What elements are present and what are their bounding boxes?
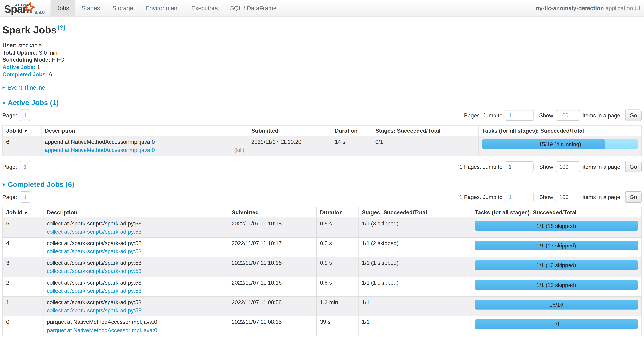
column-header-submitted[interactable]: Submitted <box>248 125 331 136</box>
tab-executors[interactable]: Executors <box>185 0 224 16</box>
jump-to-input[interactable] <box>505 161 534 172</box>
tab-environment[interactable]: Environment <box>139 0 185 16</box>
application-title: ny-tlc-anomaly-detection application UI <box>536 5 644 11</box>
job-id-cell: 2 <box>2 277 43 297</box>
go-button[interactable]: Go <box>625 161 642 172</box>
duration-cell: 1.3 min <box>316 297 358 316</box>
kill-link[interactable]: (kill) <box>234 147 244 153</box>
job-description-cell: collect at /spark-scripts/spark-ad.py:53… <box>43 277 228 297</box>
job-description-cell: collect at /spark-scripts/spark-ad.py:53… <box>43 257 228 277</box>
job-description-cell: collect at /spark-scripts/spark-ad.py:53… <box>43 297 228 316</box>
job-detail-link[interactable]: collect at /spark-scripts/spark-ad.py:53 <box>47 308 142 314</box>
duration-cell: 39 s <box>316 316 358 336</box>
items-text: items in a page. <box>582 194 622 200</box>
column-header-job-id[interactable]: Job Id▼ <box>2 207 43 218</box>
tab-stages[interactable]: Stages <box>75 0 106 16</box>
active-pagination-top: Page: 1 Pages. Jump to . Show items in a… <box>2 110 642 121</box>
application-suffix: application UI <box>606 5 640 11</box>
event-timeline-label: Event Timeline <box>8 84 45 91</box>
page-number-input[interactable] <box>20 110 30 121</box>
active-jobs-heading[interactable]: ▾ Active Jobs (1) <box>2 98 642 107</box>
tasks-cell: 1/1 (16 skipped) <box>471 277 642 297</box>
job-id-cell: 5 <box>2 218 43 237</box>
column-header-description[interactable]: Description <box>41 125 248 136</box>
summary-active-jobs: Active Jobs:1 <box>2 64 642 71</box>
tasks-cell: 1/1 <box>471 316 642 336</box>
go-button[interactable]: Go <box>625 110 642 121</box>
column-header-job-id[interactable]: Job Id▼ <box>2 125 41 136</box>
show-items-input[interactable] <box>556 161 580 172</box>
active-jobs-table: Job Id▼ Description Submitted Duration S… <box>2 125 642 156</box>
job-id-cell: 6 <box>2 136 41 156</box>
progress-label: 1/1 (16 skipped) <box>475 280 638 290</box>
items-text: items in a page. <box>582 164 622 170</box>
jump-to-input[interactable] <box>505 192 534 202</box>
tasks-cell: 1/1 (16 skipped) <box>471 257 642 277</box>
active-jobs-link[interactable]: Active Jobs: <box>2 64 36 70</box>
stages-cell: 1/1 (2 skipped) <box>358 237 471 257</box>
completed-job-row: 5 collect at /spark-scripts/spark-ad.py:… <box>2 218 641 237</box>
items-text: items in a page. <box>582 112 622 118</box>
tab-jobs[interactable]: Jobs <box>50 0 75 16</box>
page-title: Spark Jobs(?) <box>2 24 642 36</box>
tasks-cell: 16/16 <box>471 297 642 316</box>
job-detail-link[interactable]: collect at /spark-scripts/spark-ad.py:53 <box>47 229 142 235</box>
summary-uptime: Total Uptime:3.0 min <box>2 49 642 56</box>
pages-text: 1 Pages. Jump to <box>459 164 502 170</box>
caret-down-icon: ▾ <box>2 100 5 106</box>
job-description-cell: collect at /spark-scripts/spark-ad.py:53… <box>43 218 228 237</box>
tasks-progress: 1/1 (18 skipped) <box>475 221 638 231</box>
summary-user: User:stackable <box>2 42 642 49</box>
page-number-input[interactable] <box>20 161 30 172</box>
column-header-stages[interactable]: Stages: Succeeded/Total <box>358 207 471 218</box>
tab-storage[interactable]: Storage <box>106 0 140 16</box>
show-items-input[interactable] <box>556 110 580 121</box>
summary-scheduling-mode: Scheduling Mode:FIFO <box>2 56 642 64</box>
column-header-submitted[interactable]: Submitted <box>228 207 316 218</box>
job-detail-link[interactable]: collect at /spark-scripts/spark-ad.py:53 <box>47 268 142 274</box>
tasks-progress: 1/1 (16 skipped) <box>475 260 638 270</box>
column-header-stages[interactable]: Stages: Succeeded/Total <box>372 125 478 136</box>
go-button[interactable]: Go <box>625 191 642 203</box>
page-number-input[interactable] <box>20 191 30 203</box>
job-id-cell: 1 <box>2 297 43 316</box>
column-header-tasks[interactable]: Tasks (for all stages): Succeeded/Total <box>478 125 641 136</box>
nav-tabs: Jobs Stages Storage Environment Executor… <box>50 0 283 16</box>
event-timeline-toggle[interactable]: ▸ Event Timeline <box>2 84 642 91</box>
stages-cell: 1/1 (1 skipped) <box>358 277 471 297</box>
completed-job-row: 3 collect at /spark-scripts/spark-ad.py:… <box>2 257 641 277</box>
job-detail-link[interactable]: collect at /spark-scripts/spark-ad.py:53 <box>47 248 142 255</box>
column-header-description[interactable]: Description <box>43 207 228 218</box>
column-header-tasks[interactable]: Tasks (for all stages): Succeeded/Total <box>471 207 642 218</box>
completed-job-row: 2 collect at /spark-scripts/spark-ad.py:… <box>2 277 641 297</box>
spark-version: 3.3.0 <box>34 10 45 15</box>
job-id-cell: 0 <box>2 316 43 336</box>
completed-jobs-heading[interactable]: ▾ Completed Jobs (6) <box>2 180 642 189</box>
tasks-progress: 15/19 (4 running) <box>482 139 638 149</box>
progress-label: 1/1 <box>475 320 638 329</box>
duration-cell: 0.8 s <box>316 277 358 297</box>
completed-jobs-table: Job Id▼ Description Submitted Duration S… <box>2 207 642 336</box>
help-link[interactable]: (?) <box>58 24 66 31</box>
job-description-cell: append at NativeMethodAccessorImpl.java:… <box>41 136 248 156</box>
duration-cell: 0.3 s <box>316 237 358 257</box>
submitted-cell: 2022/11/07 11:10:20 <box>248 136 331 156</box>
page-label: Page: <box>2 112 17 118</box>
tasks-cell: 1/1 (17 skipped) <box>471 237 642 257</box>
job-detail-link[interactable]: append at NativeMethodAccessorImpl.java:… <box>45 147 155 153</box>
column-header-duration[interactable]: Duration <box>331 125 372 136</box>
job-detail-link[interactable]: collect at /spark-scripts/spark-ad.py:53 <box>47 288 142 294</box>
tasks-progress: 16/16 <box>475 300 638 310</box>
completed-jobs-link[interactable]: Completed Jobs: <box>2 71 48 77</box>
tab-sql-dataframe[interactable]: SQL / DataFrame <box>224 0 283 16</box>
stages-cell: 1/1 (1 skipped) <box>358 257 471 277</box>
active-job-row: 6 append at NativeMethodAccessorImpl.jav… <box>2 136 641 156</box>
jump-to-input[interactable] <box>505 110 534 121</box>
column-header-duration[interactable]: Duration <box>316 207 358 218</box>
caret-right-icon: ▸ <box>2 85 5 90</box>
show-items-input[interactable] <box>556 192 580 202</box>
job-detail-link[interactable]: parquet at NativeMethodAccessorImpl.java… <box>47 327 157 333</box>
stages-cell: 1/1 <box>358 297 471 316</box>
show-text: . Show <box>536 112 553 118</box>
show-text: . Show <box>536 164 553 170</box>
